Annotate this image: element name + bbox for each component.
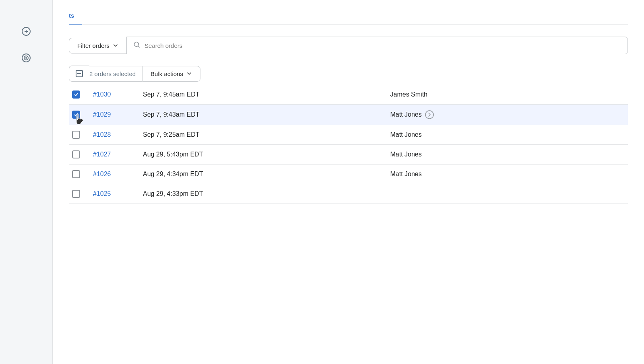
checkbox-cell-1[interactable] <box>69 111 83 119</box>
search-input[interactable] <box>144 42 621 49</box>
order-customer-0: James Smith <box>390 91 628 98</box>
svg-point-7 <box>425 111 433 119</box>
search-icon <box>133 41 140 50</box>
row-checkbox-0[interactable] <box>72 90 80 99</box>
checkbox-cell-0[interactable] <box>69 90 83 99</box>
selected-count: 2 orders selected <box>89 66 142 82</box>
row-checkbox-4[interactable] <box>72 170 80 178</box>
order-customer-4: Matt Jones <box>390 171 628 178</box>
order-id-0[interactable]: #1030 <box>93 91 133 98</box>
order-id-2[interactable]: #1028 <box>93 131 133 138</box>
toolbar-row: Filter orders <box>69 37 628 54</box>
order-date-3: Aug 29, 5:43pm EDT <box>143 151 381 158</box>
order-customer-1: Matt Jones <box>390 110 628 119</box>
filter-orders-button[interactable]: Filter orders <box>69 38 126 53</box>
search-box[interactable] <box>126 37 628 54</box>
row-checkbox-3[interactable] <box>72 150 80 158</box>
order-id-3[interactable]: #1027 <box>93 151 133 158</box>
order-date-4: Aug 29, 4:34pm EDT <box>143 171 381 178</box>
checkbox-cell-2[interactable] <box>69 131 83 139</box>
checkbox-cell-5[interactable] <box>69 190 83 198</box>
checkbox-cell-4[interactable] <box>69 170 83 178</box>
deselect-all-button[interactable] <box>69 66 89 82</box>
tab-bar: ts <box>69 8 628 25</box>
order-customer-2: Matt Jones <box>390 131 628 138</box>
order-date-2: Sep 7, 9:25am EDT <box>143 131 381 138</box>
nav-arrow-icon[interactable] <box>425 110 434 119</box>
deselect-icon <box>76 70 83 77</box>
table-row[interactable]: #1030 Sep 7, 9:45am EDT James Smith <box>69 85 628 105</box>
target-icon[interactable] <box>19 51 33 65</box>
bulk-chevron-icon <box>186 71 192 76</box>
chevron-down-icon <box>113 43 118 48</box>
bulk-actions-button[interactable]: Bulk actions <box>142 66 200 82</box>
order-customer-3: Matt Jones <box>390 151 628 158</box>
sidebar <box>0 0 52 364</box>
order-id-4[interactable]: #1026 <box>93 171 133 178</box>
table-row[interactable]: #1028 Sep 7, 9:25am EDT Matt Jones <box>69 125 628 145</box>
order-date-1: Sep 7, 9:43am EDT <box>143 111 381 118</box>
checkbox-cell-3[interactable] <box>69 150 83 158</box>
row-checkbox-2[interactable] <box>72 131 80 139</box>
table-row[interactable]: #1025 Aug 29, 4:33pm EDT <box>69 184 628 204</box>
order-id-1[interactable]: #1029 <box>93 111 133 118</box>
table-row[interactable]: #1029 Sep 7, 9:43am EDT Matt Jones <box>69 105 628 125</box>
table-row[interactable]: #1027 Aug 29, 5:43pm EDT Matt Jones <box>69 145 628 165</box>
order-date-5: Aug 29, 4:33pm EDT <box>143 190 381 197</box>
order-id-5[interactable]: #1025 <box>93 190 133 197</box>
svg-point-5 <box>26 58 27 58</box>
main-content: ts Filter orders 2 orders selecte <box>52 0 644 364</box>
order-date-0: Sep 7, 9:45am EDT <box>143 91 381 98</box>
plus-icon[interactable] <box>19 24 33 39</box>
orders-table: #1030 Sep 7, 9:45am EDT James Smith #102… <box>69 85 628 204</box>
tab-active[interactable]: ts <box>69 8 82 24</box>
row-checkbox-1[interactable] <box>72 111 80 119</box>
table-row[interactable]: #1026 Aug 29, 4:34pm EDT Matt Jones <box>69 165 628 184</box>
selection-bar: 2 orders selected Bulk actions <box>69 66 628 82</box>
row-checkbox-5[interactable] <box>72 190 80 198</box>
